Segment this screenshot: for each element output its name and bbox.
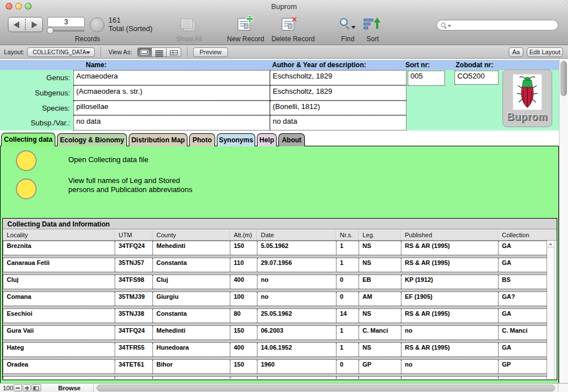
view-as-label: View As:: [108, 49, 132, 55]
layout-popup-value: COLLECTING_DATA: [33, 49, 86, 55]
delete-record-icon[interactable]: ✕: [282, 16, 296, 31]
view-table-icon[interactable]: [167, 47, 181, 57]
find-icon[interactable]: [339, 18, 357, 32]
subspecies-label: Subsp./Var.:: [0, 115, 73, 130]
table-row[interactable]: Comana 35TMJ39 Giurgiu 100 no 0 AM EF (1…: [3, 291, 547, 306]
zoom-out-button[interactable]: [14, 384, 22, 391]
delete-record-button[interactable]: Delete Record: [270, 35, 316, 43]
buprom-logo: Buprom: [503, 69, 552, 127]
window-vertical-scrollbar[interactable]: [559, 59, 568, 383]
status-toolbar-toggle-button[interactable]: [32, 384, 41, 391]
horizontal-scroll-thumb[interactable]: [97, 385, 555, 391]
col-county: County: [152, 229, 230, 240]
portal-scrollbar[interactable]: [547, 241, 554, 379]
logo-text: Buprom: [503, 111, 552, 123]
portal-rows: Breznita 34TFQ24 Mehedinti 150 5.05.1962…: [3, 241, 547, 379]
divider: [187, 47, 187, 57]
zobodat-nr-field[interactable]: CO5200: [455, 71, 499, 85]
layout-popup-menu[interactable]: COLLECTING_DATA: [27, 47, 95, 57]
species-name-field[interactable]: pillosellae: [73, 101, 270, 116]
record-number-input[interactable]: [47, 17, 85, 27]
taxon-row-labels: Genus: Subgenus: Species: Subsp./Var.:: [0, 70, 73, 130]
previous-record-button[interactable]: [14, 21, 19, 28]
sort-nr-field[interactable]: 005: [408, 71, 445, 86]
zobodat-nr-label: Zobodat nr:: [456, 61, 493, 69]
tab-photo[interactable]: Photo: [189, 133, 215, 146]
col-locality: Locality: [3, 229, 115, 240]
sort-button[interactable]: Sort: [362, 35, 383, 43]
search-dropdown-icon[interactable]: [448, 25, 451, 27]
collecting-data-portal: Collecting Data and Information Locality…: [2, 218, 557, 380]
tab-distribution-map[interactable]: Distribution Map: [129, 133, 187, 146]
tab-bar: Collecting data Ecology & Bionomy Distri…: [1, 133, 305, 146]
tab-collecting-data[interactable]: Collecting data: [1, 133, 55, 146]
collecting-data-panel: Open Collecting data file View full name…: [0, 146, 559, 383]
tab-help[interactable]: Help: [257, 133, 277, 146]
window-title: Buprom: [0, 2, 568, 11]
zoom-in-button[interactable]: [23, 384, 31, 391]
genus-author-field[interactable]: Eschscholtz, 1829: [270, 70, 407, 85]
table-row[interactable]: Canaraua Fetii 35TNJ57 Constanta 110 29.…: [3, 258, 547, 272]
col-alt: Alt.(m): [230, 229, 257, 240]
open-collecting-data-button[interactable]: [16, 150, 37, 171]
preview-button[interactable]: Preview: [193, 47, 228, 57]
view-full-names-button[interactable]: [16, 178, 37, 199]
chevron-down-icon: [86, 51, 90, 54]
field-header-band: Name: Author & Year of description: Sort…: [0, 60, 559, 70]
view-list-icon[interactable]: [152, 47, 167, 57]
record-nav-icon[interactable]: [8, 17, 43, 32]
table-row[interactable]: Esechioi 35TNJ38 Constanta 80 25.05.1962…: [3, 308, 547, 323]
subspecies-name-field[interactable]: no data: [73, 115, 270, 130]
record-nav-spine: [25, 19, 26, 30]
total-records: 161 Total (Sorted): [108, 16, 152, 33]
found-set-pie-icon[interactable]: [90, 18, 104, 32]
record-slider[interactable]: [47, 30, 85, 32]
sort-icon[interactable]: [364, 18, 382, 32]
view-form-icon[interactable]: [137, 47, 152, 57]
table-row[interactable]: [3, 376, 547, 379]
zoom-level: 100: [3, 385, 13, 391]
species-author-field[interactable]: (Bonelli, 1812): [270, 101, 407, 116]
subgenus-name-field[interactable]: (Acmaeodera s. str.): [73, 85, 270, 101]
genus-name-field[interactable]: Acmaeodera: [73, 70, 270, 85]
record-content: Name: Author & Year of description: Sort…: [0, 59, 559, 383]
layout-bar: Layout: COLLECTING_DATA View As: Preview…: [0, 45, 568, 59]
horizontal-scrollbar[interactable]: [95, 384, 558, 392]
toolbar: Records 161 Total (Sorted) Show All New …: [0, 12, 568, 45]
text-formatting-button[interactable]: Aa: [509, 47, 523, 57]
edit-layout-button[interactable]: Edit Layout: [527, 47, 563, 57]
search-input[interactable]: [453, 21, 554, 29]
search-icon: [441, 23, 445, 27]
new-record-button[interactable]: New Record: [225, 35, 266, 43]
table-row[interactable]: Cluj 34TFS98 Cluj 400 no 0 EB KP (1912) …: [3, 275, 547, 289]
scroll-up-icon[interactable]: [547, 241, 554, 247]
table-row[interactable]: Breznita 34TFQ24 Mehedinti 150 5.05.1962…: [3, 241, 547, 255]
show-all-icon: [180, 18, 196, 32]
records-label: Records: [62, 35, 113, 43]
genus-label: Genus:: [0, 70, 73, 85]
col-nrs: Nr.s.: [336, 229, 359, 240]
tab-synonyms[interactable]: Synonyms: [217, 133, 255, 146]
total-count: 161: [108, 16, 152, 24]
table-row[interactable]: Oradea 34TET61 Bihor 150 1960 0 GP no GP: [3, 359, 547, 374]
next-record-button[interactable]: [32, 21, 37, 28]
status-bar: 100 Browse: [0, 383, 568, 392]
new-record-icon[interactable]: [238, 16, 252, 31]
table-row[interactable]: Gura Vaii 34TFQ24 Mehedinti 150 06.2003 …: [3, 325, 547, 340]
vertical-scroll-thumb[interactable]: [561, 61, 567, 96]
table-row[interactable]: Hateg 34TFR55 Hunedoara 400 14.06.1952 1…: [3, 342, 547, 357]
species-label: Species:: [0, 101, 73, 116]
quick-find-box[interactable]: [436, 20, 558, 31]
col-published: Published: [401, 229, 498, 240]
tab-about[interactable]: About: [278, 133, 305, 146]
record-slider-thumb[interactable]: [47, 27, 54, 34]
tab-ecology-bionomy[interactable]: Ecology & Bionomy: [57, 133, 127, 146]
divider: [101, 47, 101, 57]
portal-title: Collecting Data and Information: [3, 219, 557, 229]
subgenus-author-field[interactable]: Eschscholtz, 1829: [270, 85, 407, 101]
name-column-label: Name:: [86, 61, 107, 69]
portal-column-headers: Locality UTM County Alt.(m) Date Nr.s. L…: [3, 229, 557, 241]
find-button[interactable]: Find: [338, 35, 358, 43]
portal-right-margin: [554, 241, 557, 379]
subspecies-author-field[interactable]: no data: [270, 115, 407, 130]
